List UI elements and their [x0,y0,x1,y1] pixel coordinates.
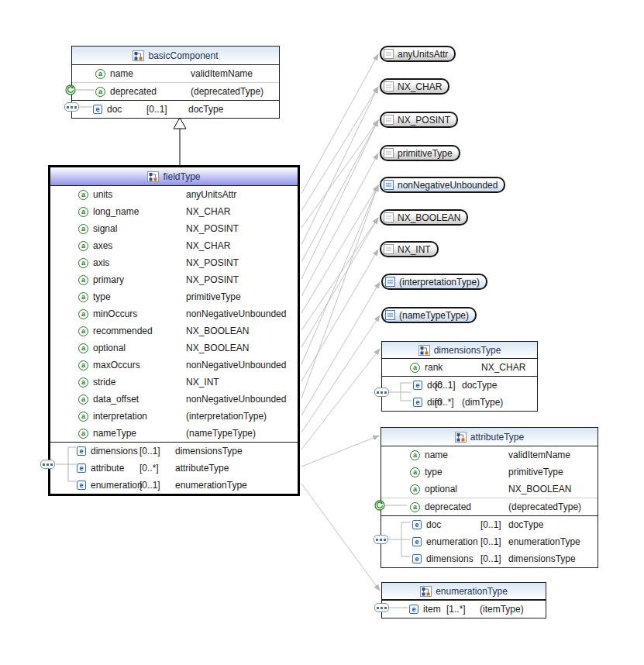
row-dimensions[interactable]: edimensions[0..1]dimensionsType [381,550,598,567]
type-chip-nameTypeType[interactable]: (nameTypeType) [381,307,477,323]
type-chip-NX_INT[interactable]: NX_INT [380,241,439,257]
box-dimensionsType[interactable]: dimensionsType arankNX_CHAR edoc[0..1]do… [381,341,538,412]
type-chip-primitiveType[interactable]: primitiveType [380,145,460,161]
row-stride[interactable]: astrideNX_INT [50,374,298,391]
row-long_name[interactable]: along_nameNX_CHAR [50,203,298,220]
box-fieldType[interactable]: fieldType aunitsanyUnitsAttr along_nameN… [48,165,300,496]
row-deprecated[interactable]: a deprecated (deprecatedType) [72,82,279,100]
row-enumeration[interactable]: eenumeration[0..1]enumerationType [50,477,298,494]
row-type[interactable]: atypeprimitiveType [50,288,298,305]
box-header: attributeType [381,428,598,446]
attr-type: NX_POSINT [186,223,239,234]
element-icon: e [413,381,422,390]
row-signal[interactable]: asignalNX_POSINT [50,220,298,237]
complex-type-icon [420,586,432,597]
attr-name: deprecated [425,501,471,512]
elem-cardinality: [0..*] [139,463,159,474]
attr-type: NX_BOOLEAN [186,343,249,353]
attr-name: stride [93,377,115,388]
row-attribute[interactable]: eattribute[0..*]attributeType [50,460,298,477]
row-primary[interactable]: aprimaryNX_POSINT [50,271,298,288]
attribute-icon: a [78,292,88,302]
row-name[interactable]: a name validItemName [72,65,279,82]
row-optional[interactable]: aoptionalNX_BOOLEAN [50,339,298,357]
row-rank[interactable]: arankNX_CHAR [382,359,537,376]
attribute-icon: a [78,207,88,217]
element-icon: e [93,105,102,114]
attr-name: axes [93,240,112,251]
type-chip-NX_CHAR[interactable]: NX_CHAR [380,78,449,95]
type-chip-interpretationType[interactable]: (interpretationType) [381,274,487,290]
type-chip-anyUnitsAttr[interactable]: anyUnitsAttr [380,46,456,62]
row-units[interactable]: aunitsanyUnitsAttr [50,186,298,203]
box-basicComponent[interactable]: basicComponent a name validItemName a de… [71,46,280,119]
attr-type: (interpretationType) [186,411,267,422]
complex-type-icon [455,432,467,443]
elem-type: enumerationType [175,480,247,491]
row-axis[interactable]: aaxisNX_POSINT [50,254,298,271]
type-chip-NX_BOOLEAN[interactable]: NX_BOOLEAN [380,209,468,226]
attribute-icon: a [78,224,88,234]
attr-type: (deprecatedType) [191,86,263,97]
simple-type-icon [384,49,394,59]
row-doc[interactable]: e doc [0..1] docType [72,101,279,118]
simple-type-icon [384,180,394,190]
elem-name: attribute [91,463,124,474]
type-chip-NX_POSINT[interactable]: NX_POSINT [380,112,458,128]
simple-type-icon [384,81,394,91]
row-item[interactable]: eitem[1..*](itemType) [382,601,546,618]
row-interpretation[interactable]: ainterpretation(interpretationType) [50,408,298,425]
attribute-icon: a [78,190,88,200]
box-enumerationType[interactable]: enumerationType eitem[1..*](itemType) [381,582,546,618]
row-data_offset[interactable]: adata_offsetnonNegativeUnbounded [50,391,298,408]
row-recommended[interactable]: arecommendedNX_BOOLEAN [50,322,298,339]
attr-type: NX_CHAR [186,240,230,251]
type-chip-label: nonNegativeUnbounded [398,180,498,191]
type-chip-nonNegativeUnbounded[interactable]: nonNegativeUnbounded [380,177,505,193]
row-minOccurs[interactable]: aminOccursnonNegativeUnbounded [50,305,298,322]
row-nameType[interactable]: anameType(nameTypeType) [50,425,298,442]
attribute-icon: a [78,360,88,370]
row-optional[interactable]: aoptionalNX_BOOLEAN [381,481,598,498]
attr-name: units [93,189,112,200]
row-doc[interactable]: edoc[0..1]docType [382,377,537,394]
attr-type: NX_INT [186,377,219,388]
element-icon: e [412,554,422,563]
attr-type: nonNegativeUnbounded [186,360,286,370]
attr-type: primitiveType [186,291,241,302]
row-axes[interactable]: aaxesNX_CHAR [50,237,298,254]
attribute-icon: a [78,309,88,319]
attr-name: signal [93,223,117,234]
attr-type: NX_POSINT [186,274,239,285]
row-type[interactable]: atypeprimitiveType [381,463,598,481]
row-dimensions[interactable]: edimensions[0..1]dimensionsType [50,443,298,460]
elem-name: dimensions [91,446,138,457]
attr-type: NX_BOOLEAN [186,326,249,336]
attr-type: (deprecatedType) [508,501,581,512]
row-enumeration[interactable]: eenumeration[0..1]enumerationType [381,533,598,550]
elem-cardinality: [0..1] [139,446,160,457]
attr-type: validItemName [191,68,253,79]
type-chip-label: NX_BOOLEAN [398,212,460,223]
elem-name: enumeration [426,536,478,547]
box-title: enumerationType [436,586,508,597]
attr-type: (nameTypeType) [186,428,256,439]
elem-cardinality: [1..*] [446,604,466,615]
attr-type: NX_CHAR [481,362,525,373]
element-icon: e [412,520,422,529]
attr-name: nameType [93,428,136,439]
type-chip-label: NX_CHAR [398,81,442,92]
attribute-icon: a [78,412,88,422]
box-attributeType[interactable]: attributeType anamevalidItemName atypepr… [381,427,598,568]
row-deprecated[interactable]: adeprecated(deprecatedType) [381,498,598,515]
type-chip-label: NX_INT [398,244,431,255]
row-name[interactable]: anamevalidItemName [381,446,598,463]
type-chip-label: NX_POSINT [398,115,450,126]
attribute-icon: a [95,87,105,97]
attribute-icon: a [410,502,420,512]
box-title: attributeType [470,432,524,443]
row-dim[interactable]: edim[0..*](dimType) [382,394,537,411]
row-doc[interactable]: edoc[0..1]docType [381,516,598,533]
row-maxOccurs[interactable]: amaxOccursnonNegativeUnbounded [50,357,298,374]
attr-type: validItemName [508,450,570,460]
